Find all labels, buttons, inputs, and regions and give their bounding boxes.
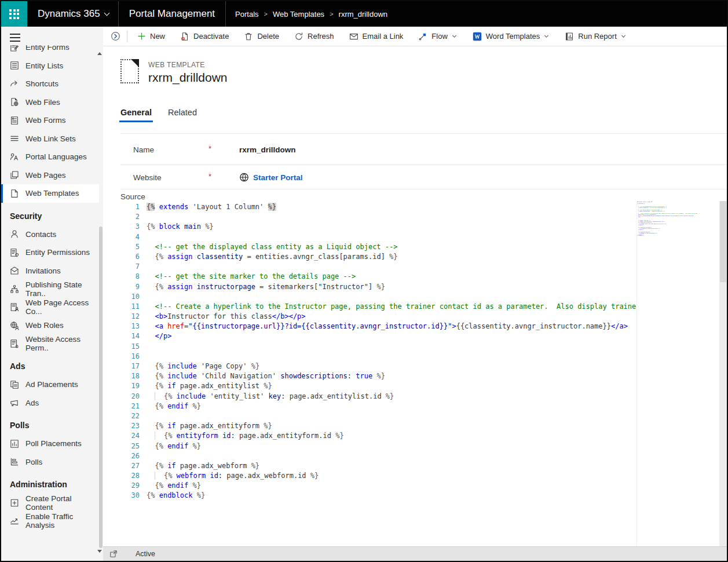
tab-general[interactable]: General xyxy=(120,108,152,122)
sidebar-item-invitations[interactable]: Invitations xyxy=(1,262,99,280)
toolbar-button-label: Refresh xyxy=(308,32,334,41)
sidebar-item-ads[interactable]: Ads xyxy=(1,394,99,413)
website-field-row[interactable]: Website * Starter Portal xyxy=(120,165,727,189)
name-field-value[interactable]: rxrm_drilldown xyxy=(239,145,296,154)
tab-related[interactable]: Related xyxy=(168,108,197,122)
publishing-state-icon xyxy=(10,284,19,294)
app-launcher-button[interactable] xyxy=(1,1,27,27)
line-number: 24 xyxy=(125,432,147,441)
line-number: 22 xyxy=(125,412,147,422)
deactivate-icon xyxy=(180,32,189,41)
sidebar-item-contacts[interactable]: Contacts xyxy=(1,225,99,244)
code-line: {% endif %} xyxy=(147,442,636,452)
breadcrumb-item-web-templates[interactable]: Web Templates xyxy=(273,10,324,19)
web-template-record-icon xyxy=(120,59,139,83)
sidebar-item-web-pages[interactable]: Web Pages xyxy=(1,166,99,185)
sidebar-scroll-up-icon[interactable] xyxy=(97,52,102,55)
form-tabs: General Related xyxy=(120,108,197,122)
sidebar-item-label: Invitations xyxy=(25,267,61,275)
code-line xyxy=(147,342,636,352)
sidebar-item-poll-placements[interactable]: Poll Placements xyxy=(1,435,99,453)
sidebar-item-web-files[interactable]: Web Files xyxy=(1,93,99,112)
toolbar-button-word-templates[interactable]: Word Templates xyxy=(465,27,557,46)
toolbar-button-new[interactable]: New xyxy=(130,27,173,46)
report-icon xyxy=(565,32,574,41)
sidebar-item-create-portal-content[interactable]: Create Portal Content xyxy=(1,494,99,512)
sidebar-scrollbar[interactable] xyxy=(99,227,103,548)
sitemap-toggle-button[interactable] xyxy=(10,34,20,44)
web-files-icon xyxy=(10,97,19,107)
breadcrumb-item-rxrm-drilldown[interactable]: rxrm_drilldown xyxy=(339,10,388,19)
sidebar-item-entity-forms[interactable]: Entity Forms xyxy=(1,45,99,57)
popout-status-icon[interactable] xyxy=(109,550,118,558)
sidebar-item-label: Publishing State Tran.. xyxy=(25,280,99,298)
brand-label: Dynamics 365 xyxy=(38,8,100,20)
record-status-badge: Active xyxy=(136,550,155,558)
sidebar-item-publishing-state-tran[interactable]: Publishing State Tran.. xyxy=(1,280,99,298)
toolbar-button-delete[interactable]: Delete xyxy=(236,27,287,46)
toolbar-button-email-a-link[interactable]: Email a Link xyxy=(342,27,411,46)
chevron-down-icon xyxy=(543,33,550,39)
sidebar-item-label: Polls xyxy=(25,458,42,466)
globe-icon xyxy=(239,172,249,182)
sidebar-scroll-down-icon[interactable] xyxy=(97,550,102,553)
line-number: 19 xyxy=(125,382,147,392)
code-line: {% endif %} xyxy=(147,481,636,491)
code-line: {% entityform id: page.adx_entityform.id… xyxy=(147,432,636,441)
code-line xyxy=(147,452,636,462)
sidebar-item-web-forms[interactable]: Web Forms xyxy=(1,111,99,130)
expand-command-bar-button[interactable] xyxy=(111,31,120,41)
dynamics-365-home[interactable]: Dynamics 365 xyxy=(27,1,118,27)
sidebar-item-website-access-perm[interactable]: Website Access Perm.. xyxy=(1,335,99,353)
editor-code-area[interactable]: {% extends 'Layout 1 Column' %}{% block … xyxy=(147,203,636,546)
sidebar-item-enable-traffic-analysis[interactable]: Enable Traffic Analysis xyxy=(1,512,99,531)
toolbar-button-label: Deactivate xyxy=(193,32,229,41)
chevron-down-icon[interactable] xyxy=(104,10,109,16)
sidebar-item-label: Poll Placements xyxy=(25,439,82,448)
line-number: 5 xyxy=(125,243,147,253)
sidebar-item-web-roles[interactable]: Web Roles xyxy=(1,316,99,335)
sidebar-item-entity-lists[interactable]: Entity Lists xyxy=(1,57,99,75)
sidebar-item-label: Entity Forms xyxy=(25,45,69,52)
code-line: {% block main %} xyxy=(147,222,636,232)
toolbar-button-flow[interactable]: Flow xyxy=(411,27,464,46)
code-line xyxy=(147,262,636,272)
website-lookup-link[interactable]: Starter Portal xyxy=(253,173,303,181)
breadcrumb-item-portals[interactable]: Portals xyxy=(235,10,258,19)
toolbar-button-deactivate[interactable]: Deactivate xyxy=(173,27,236,46)
sidebar-item-ad-placements[interactable]: Ad Placements xyxy=(1,375,99,394)
record-form-area: WEB TEMPLATE rxrm_drilldown General Rela… xyxy=(103,46,727,546)
sidebar-item-shortcuts[interactable]: Shortcuts xyxy=(1,75,99,93)
line-number: 8 xyxy=(125,272,147,282)
sitemap-sidebar: Entity FormsEntity ListsShortcutsWeb Fil… xyxy=(1,27,103,561)
web-templates-icon xyxy=(10,189,19,198)
line-number: 15 xyxy=(125,342,147,352)
code-line: <a href="{{instructorpage.url}}?id={{cla… xyxy=(147,322,636,332)
sidebar-item-web-link-sets[interactable]: Web Link Sets xyxy=(1,130,99,148)
editor-scrollbar-thumb[interactable] xyxy=(720,201,726,282)
source-field-label: Source xyxy=(120,192,145,201)
code-line: {% include 'entity_list' key: page.adx_e… xyxy=(147,392,636,402)
flow-icon xyxy=(418,32,427,41)
code-line: {% if page.adx_entityform %} xyxy=(147,422,636,432)
record-title: rxrm_drilldown xyxy=(148,71,228,85)
toolbar-button-refresh[interactable]: Refresh xyxy=(287,27,342,46)
code-line xyxy=(147,213,636,222)
sidebar-item-polls[interactable]: Polls xyxy=(1,453,99,472)
sidebar-item-web-templates[interactable]: Web Templates xyxy=(1,184,99,203)
entity-lists-icon xyxy=(10,61,19,70)
code-line: {% if page.adx_webform %} xyxy=(147,462,636,472)
name-field-row[interactable]: Name * rxrm_drilldown xyxy=(120,133,727,165)
toolbar-button-run-report[interactable]: Run Report xyxy=(557,27,634,46)
editor-vertical-scrollbar[interactable] xyxy=(719,201,727,546)
line-number: 17 xyxy=(125,362,147,372)
sidebar-item-portal-languages[interactable]: Portal Languages xyxy=(1,148,99,166)
sidebar-item-entity-permissions[interactable]: Entity Permissions xyxy=(1,243,99,262)
sidebar-item-label: Web Page Access Co... xyxy=(25,298,99,316)
app-name[interactable]: Portal Management xyxy=(119,1,225,27)
sidebar-item-label: Web Pages xyxy=(25,171,66,180)
editor-minimap[interactable]: {% extends 'Layout 1 Column' %}{% block … xyxy=(636,201,719,546)
source-code-editor[interactable]: 1234567891011121314151617181920212223242… xyxy=(125,201,727,546)
sidebar-item-web-page-access-co[interactable]: Web Page Access Co... xyxy=(1,298,99,317)
line-number: 4 xyxy=(125,233,147,243)
